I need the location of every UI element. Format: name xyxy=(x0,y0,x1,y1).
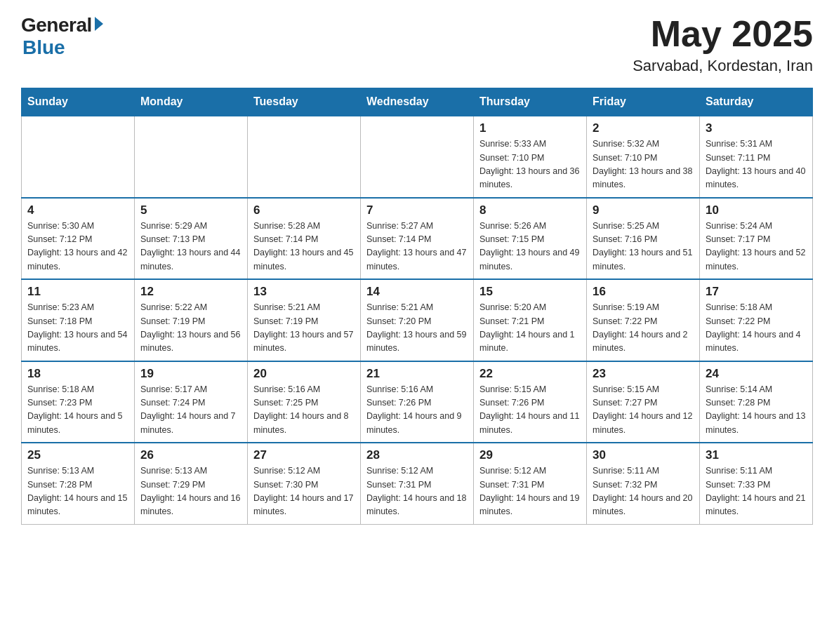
day-info: Sunrise: 5:24 AM Sunset: 7:17 PM Dayligh… xyxy=(706,221,805,271)
calendar-cell: 29Sunrise: 5:12 AM Sunset: 7:31 PM Dayli… xyxy=(474,443,587,524)
day-info: Sunrise: 5:16 AM Sunset: 7:25 PM Dayligh… xyxy=(253,384,349,435)
day-number: 25 xyxy=(27,448,128,462)
day-info: Sunrise: 5:15 AM Sunset: 7:26 PM Dayligh… xyxy=(479,384,579,435)
calendar-header-tuesday: Tuesday xyxy=(248,88,361,116)
day-number: 3 xyxy=(706,121,807,135)
calendar-cell: 24Sunrise: 5:14 AM Sunset: 7:28 PM Dayli… xyxy=(700,361,813,443)
calendar-cell: 21Sunrise: 5:16 AM Sunset: 7:26 PM Dayli… xyxy=(361,361,474,443)
calendar-cell: 28Sunrise: 5:12 AM Sunset: 7:31 PM Dayli… xyxy=(361,443,474,524)
day-number: 10 xyxy=(706,203,807,217)
day-info: Sunrise: 5:11 AM Sunset: 7:33 PM Dayligh… xyxy=(706,466,805,516)
calendar-cell: 2Sunrise: 5:32 AM Sunset: 7:10 PM Daylig… xyxy=(587,116,700,198)
calendar-header-thursday: Thursday xyxy=(474,88,587,116)
calendar-cell: 30Sunrise: 5:11 AM Sunset: 7:32 PM Dayli… xyxy=(587,443,700,524)
day-info: Sunrise: 5:11 AM Sunset: 7:32 PM Dayligh… xyxy=(593,466,692,516)
calendar-cell: 3Sunrise: 5:31 AM Sunset: 7:11 PM Daylig… xyxy=(700,116,813,198)
logo-general-text: General xyxy=(21,14,92,36)
day-info: Sunrise: 5:31 AM Sunset: 7:11 PM Dayligh… xyxy=(706,139,805,189)
day-info: Sunrise: 5:18 AM Sunset: 7:23 PM Dayligh… xyxy=(27,384,123,435)
day-info: Sunrise: 5:30 AM Sunset: 7:12 PM Dayligh… xyxy=(27,221,127,271)
day-number: 29 xyxy=(479,448,581,462)
calendar-week-row: 25Sunrise: 5:13 AM Sunset: 7:28 PM Dayli… xyxy=(22,443,813,524)
calendar-cell: 16Sunrise: 5:19 AM Sunset: 7:22 PM Dayli… xyxy=(587,279,700,361)
calendar-header-row: SundayMondayTuesdayWednesdayThursdayFrid… xyxy=(22,88,813,116)
day-info: Sunrise: 5:19 AM Sunset: 7:22 PM Dayligh… xyxy=(593,302,688,353)
logo: General Blue xyxy=(21,14,103,59)
calendar-header-monday: Monday xyxy=(135,88,248,116)
calendar-cell xyxy=(361,116,474,198)
day-info: Sunrise: 5:17 AM Sunset: 7:24 PM Dayligh… xyxy=(140,384,236,435)
day-number: 4 xyxy=(27,203,128,217)
day-info: Sunrise: 5:33 AM Sunset: 7:10 PM Dayligh… xyxy=(479,139,579,189)
calendar-cell: 5Sunrise: 5:29 AM Sunset: 7:13 PM Daylig… xyxy=(135,198,248,280)
page-header: General Blue May 2025 Sarvabad, Kordesta… xyxy=(21,14,813,75)
day-info: Sunrise: 5:12 AM Sunset: 7:31 PM Dayligh… xyxy=(479,466,579,516)
calendar-cell: 31Sunrise: 5:11 AM Sunset: 7:33 PM Dayli… xyxy=(700,443,813,524)
calendar-cell: 18Sunrise: 5:18 AM Sunset: 7:23 PM Dayli… xyxy=(22,361,135,443)
calendar-cell: 14Sunrise: 5:21 AM Sunset: 7:20 PM Dayli… xyxy=(361,279,474,361)
day-number: 17 xyxy=(706,285,807,299)
day-number: 12 xyxy=(140,285,241,299)
logo-blue-text: Blue xyxy=(22,36,65,59)
calendar-cell: 22Sunrise: 5:15 AM Sunset: 7:26 PM Dayli… xyxy=(474,361,587,443)
calendar-header-wednesday: Wednesday xyxy=(361,88,474,116)
calendar-week-row: 18Sunrise: 5:18 AM Sunset: 7:23 PM Dayli… xyxy=(22,361,813,443)
day-number: 22 xyxy=(479,367,581,381)
day-number: 15 xyxy=(479,285,581,299)
day-number: 16 xyxy=(593,285,694,299)
day-info: Sunrise: 5:25 AM Sunset: 7:16 PM Dayligh… xyxy=(593,221,692,271)
day-number: 30 xyxy=(593,448,694,462)
day-info: Sunrise: 5:13 AM Sunset: 7:28 PM Dayligh… xyxy=(27,466,127,516)
calendar-week-row: 1Sunrise: 5:33 AM Sunset: 7:10 PM Daylig… xyxy=(22,116,813,198)
calendar-cell xyxy=(135,116,248,198)
day-number: 2 xyxy=(593,121,694,135)
logo-arrow-icon xyxy=(95,17,103,31)
calendar-cell: 17Sunrise: 5:18 AM Sunset: 7:22 PM Dayli… xyxy=(700,279,813,361)
calendar-header-sunday: Sunday xyxy=(22,88,135,116)
calendar-header-friday: Friday xyxy=(587,88,700,116)
day-number: 8 xyxy=(479,203,581,217)
title-block: May 2025 Sarvabad, Kordestan, Iran xyxy=(633,14,813,75)
day-number: 9 xyxy=(593,203,694,217)
day-number: 13 xyxy=(253,285,355,299)
day-number: 28 xyxy=(366,448,468,462)
calendar-week-row: 4Sunrise: 5:30 AM Sunset: 7:12 PM Daylig… xyxy=(22,198,813,280)
calendar-header-saturday: Saturday xyxy=(700,88,813,116)
day-info: Sunrise: 5:16 AM Sunset: 7:26 PM Dayligh… xyxy=(366,384,462,435)
calendar-cell: 27Sunrise: 5:12 AM Sunset: 7:30 PM Dayli… xyxy=(248,443,361,524)
calendar-cell: 9Sunrise: 5:25 AM Sunset: 7:16 PM Daylig… xyxy=(587,198,700,280)
day-number: 21 xyxy=(366,367,468,381)
day-info: Sunrise: 5:26 AM Sunset: 7:15 PM Dayligh… xyxy=(479,221,579,271)
day-number: 5 xyxy=(140,203,241,217)
day-number: 27 xyxy=(253,448,355,462)
calendar-cell: 8Sunrise: 5:26 AM Sunset: 7:15 PM Daylig… xyxy=(474,198,587,280)
day-info: Sunrise: 5:27 AM Sunset: 7:14 PM Dayligh… xyxy=(366,221,466,271)
day-info: Sunrise: 5:12 AM Sunset: 7:30 PM Dayligh… xyxy=(253,466,353,516)
day-info: Sunrise: 5:21 AM Sunset: 7:19 PM Dayligh… xyxy=(253,302,353,353)
day-number: 19 xyxy=(140,367,241,381)
day-info: Sunrise: 5:13 AM Sunset: 7:29 PM Dayligh… xyxy=(140,466,240,516)
calendar-cell: 11Sunrise: 5:23 AM Sunset: 7:18 PM Dayli… xyxy=(22,279,135,361)
day-number: 7 xyxy=(366,203,468,217)
calendar-cell: 6Sunrise: 5:28 AM Sunset: 7:14 PM Daylig… xyxy=(248,198,361,280)
calendar-cell: 26Sunrise: 5:13 AM Sunset: 7:29 PM Dayli… xyxy=(135,443,248,524)
location-subtitle: Sarvabad, Kordestan, Iran xyxy=(633,57,813,75)
calendar-cell: 20Sunrise: 5:16 AM Sunset: 7:25 PM Dayli… xyxy=(248,361,361,443)
day-number: 23 xyxy=(593,367,694,381)
calendar-cell xyxy=(248,116,361,198)
day-info: Sunrise: 5:18 AM Sunset: 7:22 PM Dayligh… xyxy=(706,302,801,353)
day-info: Sunrise: 5:14 AM Sunset: 7:28 PM Dayligh… xyxy=(706,384,805,435)
day-info: Sunrise: 5:22 AM Sunset: 7:19 PM Dayligh… xyxy=(140,302,240,353)
calendar-cell: 1Sunrise: 5:33 AM Sunset: 7:10 PM Daylig… xyxy=(474,116,587,198)
day-info: Sunrise: 5:15 AM Sunset: 7:27 PM Dayligh… xyxy=(593,384,692,435)
calendar-cell: 12Sunrise: 5:22 AM Sunset: 7:19 PM Dayli… xyxy=(135,279,248,361)
day-info: Sunrise: 5:21 AM Sunset: 7:20 PM Dayligh… xyxy=(366,302,466,353)
calendar-cell: 4Sunrise: 5:30 AM Sunset: 7:12 PM Daylig… xyxy=(22,198,135,280)
calendar-cell: 19Sunrise: 5:17 AM Sunset: 7:24 PM Dayli… xyxy=(135,361,248,443)
day-info: Sunrise: 5:29 AM Sunset: 7:13 PM Dayligh… xyxy=(140,221,240,271)
day-number: 20 xyxy=(253,367,355,381)
day-number: 11 xyxy=(27,285,128,299)
day-number: 18 xyxy=(27,367,128,381)
calendar-cell: 7Sunrise: 5:27 AM Sunset: 7:14 PM Daylig… xyxy=(361,198,474,280)
calendar-cell xyxy=(22,116,135,198)
